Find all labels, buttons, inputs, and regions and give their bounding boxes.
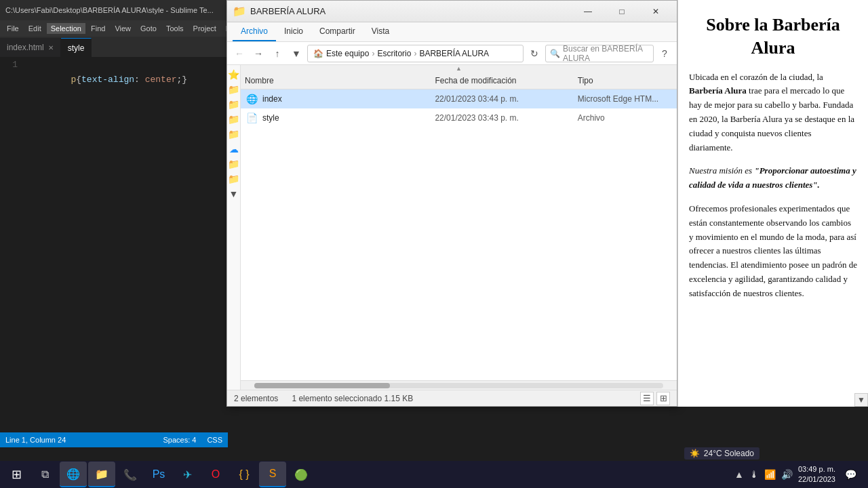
- editor-statusbar: Line 1, Column 24 Spaces: 4 CSS: [0, 432, 228, 447]
- col-header-date[interactable]: Fecha de modificación: [435, 76, 577, 85]
- edge-button[interactable]: 🌐: [60, 462, 87, 487]
- sidebar-folder-5[interactable]: 📁: [227, 157, 241, 171]
- clock-date: 22/01/2023: [798, 474, 835, 485]
- file-date-index: 22/01/2023 03:44 p. m.: [435, 94, 577, 104]
- fe-hscrollbar[interactable]: [241, 380, 677, 390]
- ribbon-tab-compartir[interactable]: Compartir: [311, 22, 363, 41]
- preview-scroll-down[interactable]: ▼: [854, 393, 868, 407]
- file-icon-html: 🌐: [245, 92, 258, 106]
- file-row-index[interactable]: 🌐 index 22/01/2023 03:44 p. m. Microsoft…: [241, 89, 677, 108]
- notification-button[interactable]: 💬: [841, 465, 860, 484]
- nav-up-button[interactable]: ↑: [269, 45, 285, 62]
- file-row-style[interactable]: 📄 style 22/01/2023 03:43 p. m. Archivo: [241, 108, 677, 127]
- opera-button[interactable]: O: [202, 462, 229, 487]
- path-part-1[interactable]: Este equipo: [326, 49, 369, 58]
- sidebar-folder-4[interactable]: 📁: [227, 127, 241, 141]
- help-button[interactable]: ?: [656, 45, 673, 62]
- refresh-button[interactable]: ↻: [526, 45, 542, 62]
- maximize-button[interactable]: □: [606, 2, 637, 21]
- weather-text: 24°C Soleado: [704, 449, 754, 458]
- menu-tools[interactable]: Tools: [162, 23, 188, 34]
- start-button[interactable]: ⊞: [3, 461, 30, 488]
- weather-widget: ☀️ 24°C Soleado: [684, 447, 760, 460]
- tray-wifi[interactable]: 📶: [764, 469, 776, 480]
- menu-edit[interactable]: Edit: [24, 23, 45, 34]
- view-list-button[interactable]: ☰: [640, 392, 654, 405]
- editor-menubar[interactable]: File Edit Selection Find View Goto Tools…: [0, 20, 228, 37]
- tab-style[interactable]: style: [61, 38, 92, 57]
- address-path[interactable]: 🏠 Este equipo › Escritorio › BARBERÍA AL…: [307, 45, 524, 62]
- telegram-button[interactable]: ✈: [174, 462, 201, 487]
- hscroll-thumb[interactable]: [254, 383, 390, 388]
- scroll-top-area: ▲: [241, 65, 677, 72]
- col-header-type[interactable]: Tipo: [578, 76, 673, 85]
- file-label-index: index: [262, 94, 282, 104]
- fe-column-headers: Nombre Fecha de modificación Tipo: [241, 72, 677, 89]
- taskbar-clock[interactable]: 03:49 p. m. 22/01/2023: [798, 464, 835, 485]
- fe-statusbar-right: ☰ ⊞: [640, 392, 670, 405]
- preview-panel: Sobre la Barbería Alura Ubicada en el co…: [677, 0, 868, 407]
- photoshop-icon: Ps: [153, 468, 165, 481]
- recent-locations-button[interactable]: ▼: [288, 45, 304, 62]
- whatsapp-button[interactable]: 📞: [117, 462, 144, 487]
- sidebar-folder-2[interactable]: 📁: [227, 98, 241, 111]
- sidebar-star-icon[interactable]: ⭐: [227, 68, 241, 81]
- sublime-icon: S: [269, 468, 277, 480]
- sidebar-cloud-icon[interactable]: ☁: [227, 142, 241, 156]
- ribbon-tab-vista[interactable]: Vista: [363, 22, 397, 41]
- menu-file[interactable]: File: [3, 23, 23, 34]
- nav-forward-button[interactable]: →: [250, 45, 267, 62]
- brackets-button[interactable]: { }: [231, 462, 258, 487]
- clock-time: 03:49 p. m.: [798, 464, 835, 474]
- fe-statusbar: 2 elementos 1 elemento seleccionado 1.15…: [227, 390, 677, 406]
- tab-style-label: style: [68, 43, 85, 53]
- fe-window-title: BARBERÍA ALURA: [250, 6, 568, 16]
- chrome-button[interactable]: 🟢: [288, 462, 315, 487]
- task-view-button[interactable]: ⧉: [31, 462, 58, 487]
- fe-items-count: 2 elementos: [234, 394, 278, 403]
- fe-addressbar: ← → ↑ ▼ 🏠 Este equipo › Escritorio › BAR…: [227, 42, 677, 65]
- code-content[interactable]: p{text-align: center;}: [23, 57, 228, 447]
- path-part-2[interactable]: Escritorio: [377, 49, 411, 58]
- menu-selection[interactable]: Selection: [47, 23, 85, 34]
- sidebar-down-arrow[interactable]: ▼: [227, 187, 241, 201]
- path-part-3[interactable]: BARBERÍA ALURA: [419, 49, 489, 58]
- menu-goto[interactable]: Goto: [136, 23, 161, 34]
- ribbon-tab-archivo[interactable]: Archivo: [233, 22, 276, 41]
- path-home-icon: 🏠: [313, 49, 323, 58]
- tray-sound[interactable]: 🔊: [781, 469, 793, 480]
- file-name-style: 📄 style: [245, 111, 435, 125]
- task-view-icon: ⧉: [41, 468, 49, 481]
- ribbon-tabs: Archivo Inicio Compartir Vista: [227, 22, 677, 41]
- line-numbers: 1: [0, 57, 23, 447]
- tray-expand[interactable]: ▲: [734, 469, 744, 480]
- status-position: Line 1, Column 24: [5, 436, 66, 444]
- taskbar: ⊞ ⧉ 🌐 📁 📞 Ps ✈ O { } S 🟢 ▲ 🌡 📶 🔊 03:49 p…: [0, 461, 868, 488]
- file-explorer-button[interactable]: 📁: [88, 462, 115, 487]
- menu-project[interactable]: Project: [189, 23, 220, 34]
- sublime-button[interactable]: S: [259, 462, 286, 487]
- search-box[interactable]: 🔍 Buscar en BARBERÍA ALURA: [545, 45, 654, 62]
- fe-titlebar: 📁 BARBERÍA ALURA — □ ✕: [227, 1, 677, 22]
- fe-window-icon: 📁: [233, 5, 246, 18]
- close-tab-index-html[interactable]: ✕: [48, 44, 54, 52]
- col-header-name[interactable]: Nombre: [245, 76, 435, 85]
- view-grid-button[interactable]: ⊞: [656, 392, 670, 405]
- preview-title: Sobre la Barbería Alura: [689, 14, 857, 60]
- ribbon-tab-inicio[interactable]: Inicio: [276, 22, 311, 41]
- chrome-icon: 🟢: [294, 468, 308, 481]
- tray-network[interactable]: 🌡: [749, 469, 759, 480]
- fe-window-buttons: — □ ✕: [572, 2, 671, 21]
- close-button[interactable]: ✕: [640, 2, 671, 21]
- preview-para-2: Nuestra misión es "Proporcionar autoesti…: [689, 164, 857, 192]
- sidebar-folder-3[interactable]: 📁: [227, 113, 241, 126]
- menu-find[interactable]: Find: [87, 23, 109, 34]
- minimize-button[interactable]: —: [572, 2, 604, 21]
- sidebar-folder-6[interactable]: 📁: [227, 172, 241, 186]
- weather-icon: ☀️: [690, 449, 700, 458]
- nav-back-button[interactable]: ←: [231, 45, 248, 62]
- tab-index-html[interactable]: index.html ✕: [0, 38, 61, 57]
- menu-view[interactable]: View: [111, 23, 135, 34]
- sidebar-folder-1[interactable]: 📁: [227, 83, 241, 96]
- photoshop-button[interactable]: Ps: [145, 462, 172, 487]
